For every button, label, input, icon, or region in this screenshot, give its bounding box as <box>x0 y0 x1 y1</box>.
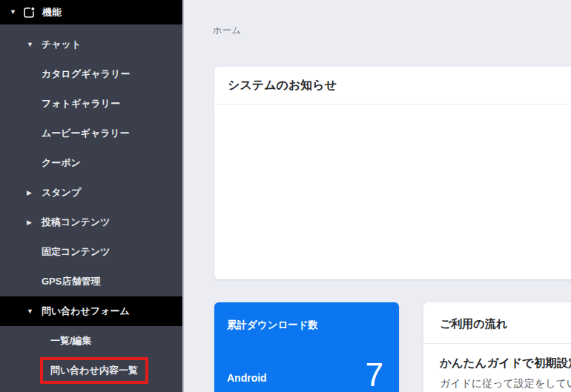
usage-flow-heading: かんたんガイドで初期設定 <box>423 344 571 371</box>
sidebar-item-3[interactable]: ムービーギャラリー <box>0 119 182 148</box>
usage-flow-card: ご利用の流れ かんたんガイドで初期設定 ガイドに従って設定をしてい <box>423 302 571 392</box>
sidebar-item-1[interactable]: カタログギャラリー <box>0 59 182 89</box>
sidebar-item-4[interactable]: クーポン <box>0 148 182 178</box>
sidebar-item-label: チャット <box>42 38 81 51</box>
downloads-platform-count: 7 <box>366 359 383 391</box>
sidebar-item-2[interactable]: フォトギャラリー <box>0 89 182 119</box>
caret-down-icon: ▼ <box>27 308 42 315</box>
app-window-dot-icon <box>23 7 35 19</box>
sidebar-item-label: 投稿コンテンツ <box>42 216 110 229</box>
usage-flow-title: ご利用の流れ <box>423 302 571 343</box>
system-announcements-card: システムのお知らせ <box>214 67 571 279</box>
sidebar-item-label: 固定コンテンツ <box>42 245 110 259</box>
sidebar-item-6[interactable]: ▶投稿コンテンツ <box>0 207 182 237</box>
sidebar-item-label: スタンプ <box>42 186 81 199</box>
sidebar-item-label: 一覧/編集 <box>50 334 92 348</box>
downloads-platform-label: Android <box>227 372 267 384</box>
sidebar-item-label: カタログギャラリー <box>42 67 130 81</box>
sidebar-menu: ▼チャットカタログギャラリーフォトギャラリームービーギャラリークーポン▶スタンプ… <box>0 24 182 385</box>
sidebar-item-0[interactable]: ▼チャット <box>0 30 182 59</box>
main-content: ホーム システムのお知らせ 累計ダウンロード数 Android 7 ご利用の流れ… <box>185 0 571 392</box>
sidebar-item-label: 問い合わせフォーム <box>42 305 130 318</box>
sidebar-item-label: フォトギャラリー <box>42 97 120 110</box>
sidebar-item-10[interactable]: 一覧/編集 <box>0 326 182 356</box>
sidebar-item-label: GPS店舗管理 <box>42 275 100 288</box>
downloads-card: 累計ダウンロード数 Android 7 <box>214 302 399 392</box>
sidebar-item-5[interactable]: ▶スタンプ <box>0 178 182 207</box>
divider <box>214 104 571 104</box>
breadcrumb[interactable]: ホーム <box>213 24 241 37</box>
downloads-card-title: 累計ダウンロード数 <box>214 302 399 332</box>
sidebar-header-functions[interactable]: ▼ 機能 <box>0 0 182 24</box>
sidebar-item-8[interactable]: GPS店舗管理 <box>0 267 182 296</box>
sidebar-item-label: ムービーギャラリー <box>42 127 130 140</box>
sidebar-item-label-highlighted: 問い合わせ内容一覧 <box>40 357 148 384</box>
sidebar-item-9[interactable]: ▼問い合わせフォーム <box>0 296 182 326</box>
sidebar-item-label: クーポン <box>42 156 81 170</box>
sidebar-item-11[interactable]: 問い合わせ内容一覧 <box>0 356 182 385</box>
sidebar-header-label: 機能 <box>42 6 62 19</box>
caret-right-icon: ▶ <box>27 190 42 196</box>
sidebar-item-7[interactable]: 固定コンテンツ <box>0 237 182 267</box>
caret-right-icon: ▶ <box>27 219 42 226</box>
caret-down-icon: ▼ <box>10 9 16 16</box>
usage-flow-description: ガイドに従って設定をしてい <box>423 371 571 391</box>
caret-down-icon: ▼ <box>27 41 42 48</box>
sidebar: ▼ 機能 ▼チャットカタログギャラリーフォトギャラリームービーギャラリークーポン… <box>0 0 184 392</box>
system-announcements-title: システムのお知らせ <box>214 67 571 104</box>
app-window: ▼ 機能 ▼チャットカタログギャラリーフォトギャラリームービーギャラリークーポン… <box>0 0 571 392</box>
